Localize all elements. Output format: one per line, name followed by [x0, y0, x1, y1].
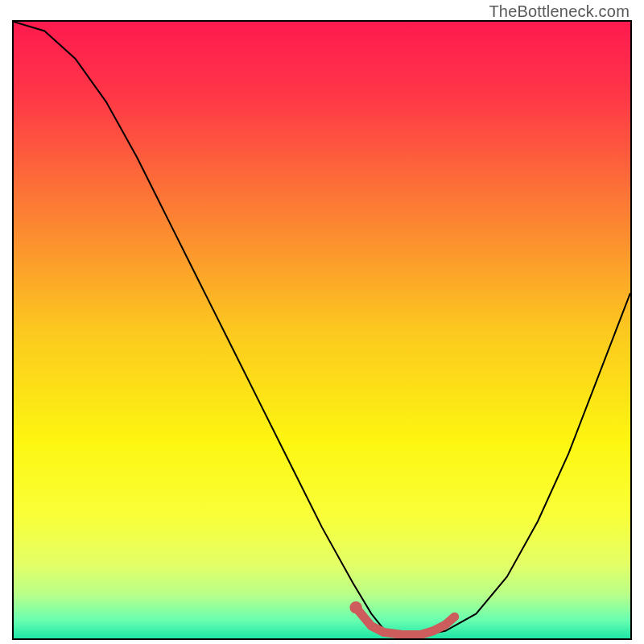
- watermark-text: TheBottleneck.com: [489, 2, 630, 21]
- highlight-marker: [349, 601, 361, 613]
- bottleneck-curve: [14, 22, 630, 635]
- curve-layer: [14, 22, 630, 638]
- chart-container: TheBottleneck.com: [0, 0, 644, 644]
- plot-area: [12, 20, 632, 640]
